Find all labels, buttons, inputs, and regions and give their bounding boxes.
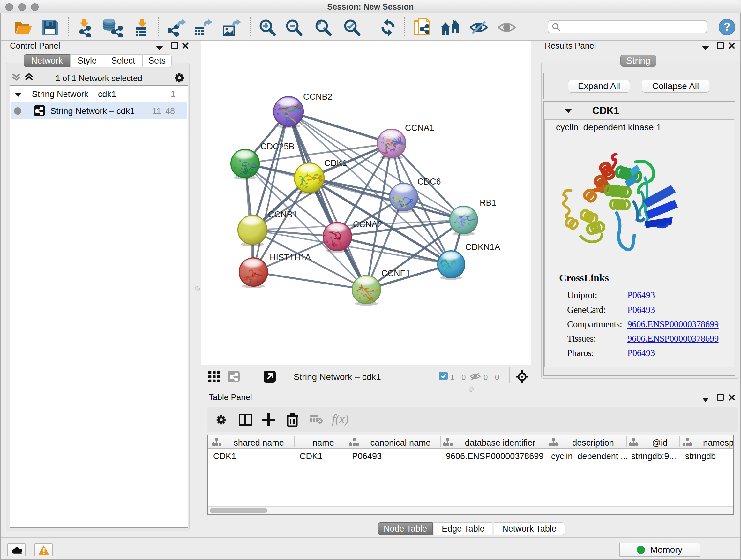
svg-text:CCNE1: CCNE1: [381, 268, 411, 278]
svg-text:CCNB1: CCNB1: [268, 210, 297, 219]
svg-text:CDC6: CDC6: [417, 177, 441, 186]
svg-text:CCNA2: CCNA2: [353, 220, 382, 229]
svg-text:CDC25B: CDC25B: [260, 142, 294, 151]
svg-text:CCNA1: CCNA1: [405, 123, 434, 133]
svg-text:RB1: RB1: [480, 198, 496, 207]
svg-text:CCNB2: CCNB2: [303, 92, 333, 102]
svg-text:CDK1: CDK1: [324, 159, 347, 168]
svg-text:HIST1H1A: HIST1H1A: [270, 253, 311, 262]
svg-text:CDKN1A: CDKN1A: [465, 242, 500, 252]
